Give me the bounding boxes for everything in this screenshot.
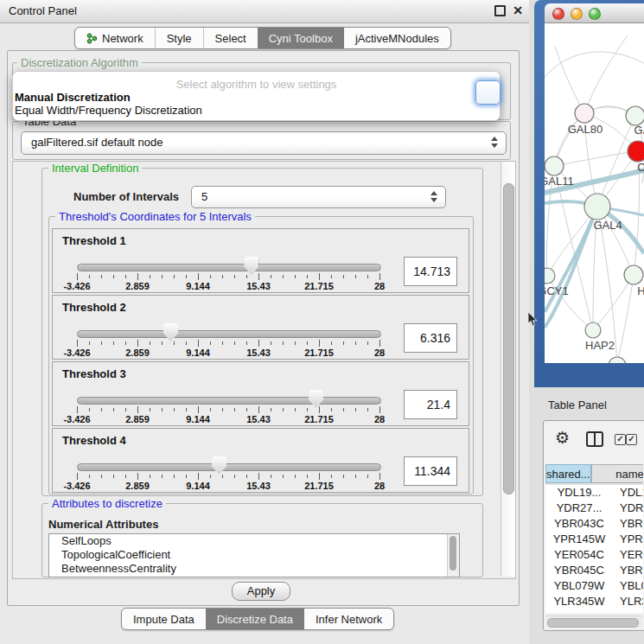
table-header: shared...name <box>545 464 643 485</box>
table-data-combo[interactable]: galFiltered.sif default node <box>21 131 507 155</box>
tab-impute-data[interactable]: Impute Data <box>122 609 206 629</box>
horizontal-scrollbar[interactable] <box>545 615 643 628</box>
network-node[interactable] <box>609 357 626 363</box>
network-node[interactable] <box>624 265 643 284</box>
column-header[interactable]: shared... <box>545 464 591 483</box>
threshold-slider[interactable]: -3.4262.8599.14415.4321.71528 <box>77 257 379 290</box>
attribute-list-item[interactable]: SelfLoops <box>49 534 459 548</box>
thresholds-group-label: Threshold's Coordinates for 5 Intervals <box>55 210 255 223</box>
network-window-titlebar[interactable] <box>545 3 644 23</box>
threshold-slider[interactable]: -3.4262.8599.14415.4321.71528 <box>77 390 379 423</box>
close-traffic-light-icon[interactable] <box>552 8 564 20</box>
tick-label: 2.859 <box>125 481 150 491</box>
close-icon[interactable]: ✕ <box>513 3 523 17</box>
numerical-attributes-title: Numerical Attributes <box>48 518 158 531</box>
network-node[interactable] <box>575 104 594 123</box>
table-row[interactable]: YLR345WYLR3 <box>545 594 643 609</box>
network-node[interactable] <box>626 106 644 125</box>
algorithm-option[interactable]: Manual Discretization <box>15 91 131 104</box>
table-cell[interactable]: YER0 <box>613 547 643 563</box>
tab-network[interactable]: Network <box>75 28 155 48</box>
table-cell[interactable]: YDR27... <box>545 501 613 516</box>
threshold-value-field[interactable]: 6.316 <box>404 323 457 353</box>
tab-style[interactable]: Style <box>155 28 203 48</box>
table-cell[interactable]: YPR145W <box>545 532 613 547</box>
network-node[interactable] <box>584 194 610 220</box>
table-cell[interactable]: YBR043C <box>545 516 613 532</box>
threshold-slider[interactable]: -3.4262.8599.14415.4321.71528 <box>77 323 379 356</box>
table-cell[interactable]: YBR0 <box>613 563 643 578</box>
network-node[interactable] <box>628 141 644 162</box>
vertical-scrollbar[interactable] <box>501 162 515 577</box>
tab-label: Infer Network <box>316 613 382 626</box>
table-cell[interactable]: YLR345W <box>545 594 613 609</box>
number-of-intervals-label: Number of Intervals <box>73 190 179 203</box>
attribute-list-item[interactable]: BetweennessCentrality <box>49 562 459 576</box>
network-canvas[interactable]: GAL80GACGAL11GAL4GCY1HHAP2 <box>545 23 644 363</box>
show-column-checkbox-icon[interactable]: ✓ <box>615 434 626 445</box>
column-header[interactable]: name <box>591 464 643 483</box>
table-cell[interactable]: YDR2 <box>613 501 643 516</box>
table-cell[interactable]: YPR1 <box>613 532 643 547</box>
slider-thumb-icon[interactable] <box>163 323 178 341</box>
slider-tick-labels: -3.4262.8599.14415.4321.71528 <box>77 481 379 491</box>
slider-track[interactable] <box>77 397 381 405</box>
zoom-traffic-light-icon[interactable] <box>589 8 601 20</box>
slider-thumb-icon[interactable] <box>212 456 226 475</box>
slider-track[interactable] <box>77 330 381 338</box>
table-row[interactable]: YDR27...YDR2 <box>545 501 643 516</box>
network-node[interactable] <box>545 268 555 284</box>
list-scrollbar-thumb[interactable] <box>450 536 456 571</box>
threshold-slider[interactable]: -3.4262.8599.14415.4321.71528 <box>77 456 379 489</box>
tab-infer-network[interactable]: Infer Network <box>304 609 393 629</box>
network-node-label: GCY1 <box>545 284 569 297</box>
tab-cyni-toolbox[interactable]: Cyni Toolbox <box>258 28 344 48</box>
split-column-icon[interactable] <box>586 431 603 447</box>
threshold-value-field[interactable]: 11.344 <box>404 456 457 486</box>
float-window-icon[interactable] <box>494 5 506 16</box>
tab-discretize-data[interactable]: Discretize Data <box>206 609 304 629</box>
list-scrollbar[interactable] <box>447 534 459 577</box>
threshold-value-field[interactable]: 14.713 <box>404 257 457 286</box>
apply-button[interactable]: Apply <box>232 582 290 601</box>
gear-icon[interactable]: ⚙ <box>555 428 570 448</box>
network-node[interactable] <box>585 322 601 338</box>
show-column-checkbox-icon[interactable]: ✓ <box>626 434 637 445</box>
tab-jactivemnodules[interactable]: jActiveMNodules <box>344 28 450 48</box>
slider-track[interactable] <box>77 463 381 471</box>
table-row[interactable]: YIL052CYIL0 <box>545 609 643 613</box>
algorithm-option[interactable]: Equal Width/Frequency Discretization <box>15 104 202 117</box>
table-cell[interactable]: YDL19... <box>545 485 613 501</box>
table-row[interactable]: YBL079WYBL0 <box>545 578 643 594</box>
table-row[interactable]: YBR045CYBR0 <box>545 563 643 578</box>
tab-select[interactable]: Select <box>203 28 258 48</box>
slider-track[interactable] <box>77 264 381 271</box>
slider-tick-labels: -3.4262.8599.14415.4321.71528 <box>77 348 379 358</box>
table-cell[interactable]: YIL052C <box>545 609 613 613</box>
network-node-label: GA <box>634 124 644 137</box>
slider-thumb-icon[interactable] <box>309 390 323 408</box>
tick-label: -3.426 <box>63 481 90 491</box>
attributes-group-label: Attributes to discretize <box>48 497 166 510</box>
table-cell[interactable]: YBL0 <box>613 578 643 594</box>
slider-thumb-icon[interactable] <box>244 257 258 275</box>
table-row[interactable]: YER054CYER0 <box>545 547 643 563</box>
table-cell[interactable]: YBL079W <box>545 578 613 594</box>
horizontal-scrollbar-thumb[interactable] <box>547 618 639 628</box>
table-cell[interactable]: YLR3 <box>613 594 643 609</box>
table-cell[interactable]: YBR045C <box>545 563 613 578</box>
table-row[interactable]: YPR145WYPR1 <box>545 532 643 547</box>
table-row[interactable]: YBR043CYBR0 <box>545 516 643 532</box>
table-cell[interactable]: YBR0 <box>613 516 643 532</box>
table-cell[interactable]: YDL1 <box>613 485 643 501</box>
network-node[interactable] <box>545 156 564 175</box>
vertical-scrollbar-thumb[interactable] <box>503 183 514 494</box>
threshold-value-field[interactable]: 21.4 <box>404 390 457 419</box>
table-cell[interactable]: YER054C <box>545 547 613 563</box>
algorithm-combo-button[interactable] <box>475 80 501 105</box>
attribute-list-item[interactable]: TopologicalCoefficient <box>49 548 459 562</box>
table-cell[interactable]: YIL0 <box>613 609 643 613</box>
number-of-intervals-combo[interactable]: 5 <box>191 186 446 208</box>
minimize-traffic-light-icon[interactable] <box>571 8 583 20</box>
table-row[interactable]: YDL19...YDL1 <box>545 485 643 501</box>
